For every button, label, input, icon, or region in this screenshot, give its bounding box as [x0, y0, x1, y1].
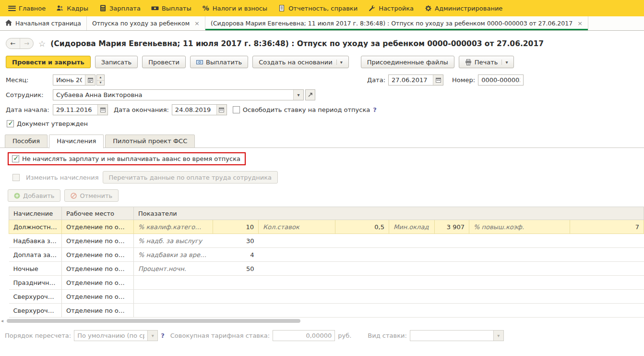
cell-workplace[interactable]: Отделение по о…	[62, 276, 134, 290]
cell-indicator-value[interactable]: 3 907	[435, 220, 469, 234]
cell-empty[interactable]	[213, 290, 259, 304]
table-row[interactable]: Должностн… Отделение по о… % квалиф.кате…	[9, 220, 644, 234]
cell-empty[interactable]	[335, 248, 389, 262]
cell-workplace[interactable]: Отделение по о…	[62, 248, 134, 262]
cell-empty[interactable]	[259, 234, 335, 248]
table-row[interactable]: Доплата за… Отделение по о… % надбавки з…	[9, 248, 644, 262]
cell-empty[interactable]	[389, 248, 435, 262]
cell-indicator-name[interactable]: Процент.ночн.	[134, 262, 213, 276]
cell-indicator-name[interactable]: % надб. за выслугу	[134, 234, 213, 248]
cell-empty[interactable]	[389, 234, 435, 248]
table-row[interactable]: Сверхуроч… Отделение по о…	[9, 304, 644, 318]
tab-fss-pilot[interactable]: Пилотный проект ФСС	[105, 135, 195, 148]
cell-empty[interactable]	[570, 304, 644, 318]
cell-empty[interactable]	[389, 276, 435, 290]
tab-benefits[interactable]: Пособия	[5, 135, 48, 148]
cell-empty[interactable]	[389, 262, 435, 276]
cell-empty[interactable]	[469, 276, 570, 290]
cell-empty[interactable]	[259, 262, 335, 276]
cell-empty[interactable]	[213, 276, 259, 290]
cell-empty[interactable]	[134, 276, 213, 290]
cell-accrual[interactable]: Сверхуроч…	[9, 290, 62, 304]
cell-empty[interactable]	[469, 304, 570, 318]
cell-accrual[interactable]: Праздничн…	[9, 276, 62, 290]
attached-files-button[interactable]: Присоединенные файлы	[361, 56, 454, 68]
cell-empty[interactable]	[389, 304, 435, 318]
month-input[interactable]	[53, 75, 85, 85]
cell-empty[interactable]	[469, 262, 570, 276]
menu-item-main[interactable]: Главное	[3, 0, 51, 16]
cell-empty[interactable]	[259, 248, 335, 262]
cell-empty[interactable]	[469, 290, 570, 304]
menu-item-settings[interactable]: Настройка	[363, 0, 419, 16]
table-row[interactable]: Надбавка з… Отделение по о… % надб. за в…	[9, 234, 644, 248]
scroll-left-icon[interactable]: ◂	[1, 318, 3, 323]
cell-indicator-name[interactable]: % надбавки за вре…	[134, 248, 213, 262]
table-row[interactable]: Сверхуроч… Отделение по о…	[9, 290, 644, 304]
print-button[interactable]: Печать ▾	[459, 56, 514, 68]
cell-empty[interactable]	[335, 304, 389, 318]
cell-empty[interactable]	[134, 290, 213, 304]
table-row[interactable]: Праздничн… Отделение по о…	[9, 276, 644, 290]
spin-up-icon[interactable]: ▲	[97, 75, 104, 80]
menu-item-taxes[interactable]: % Налоги и взносы	[197, 0, 273, 16]
cell-empty[interactable]	[435, 248, 469, 262]
cell-workplace[interactable]: Отделение по о…	[62, 234, 134, 248]
menu-item-reports[interactable]: Отчетность, справки	[273, 0, 363, 16]
date-input[interactable]	[389, 75, 433, 85]
cell-indicator-value[interactable]: 50	[213, 262, 259, 276]
no-salary-checkbox[interactable]	[12, 155, 19, 162]
employee-input[interactable]	[53, 90, 293, 100]
horizontal-scrollbar[interactable]: ◂	[0, 319, 644, 324]
create-based-on-button[interactable]: Создать на основании ▾	[252, 56, 348, 68]
scrollbar-thumb[interactable]	[7, 319, 300, 323]
release-rate-checkbox[interactable]	[233, 106, 240, 113]
recalc-help[interactable]: ?	[161, 332, 165, 339]
date-calendar-button[interactable]	[433, 75, 443, 85]
close-icon[interactable]: ×	[194, 20, 200, 27]
menu-item-hr[interactable]: Кадры	[51, 0, 94, 16]
forward-button[interactable]: →	[20, 38, 33, 49]
cell-accrual[interactable]: Надбавка з…	[9, 234, 62, 248]
cell-empty[interactable]	[435, 262, 469, 276]
cell-empty[interactable]	[570, 276, 644, 290]
cell-empty[interactable]	[469, 248, 570, 262]
menu-item-payments[interactable]: Выплаты	[146, 0, 197, 16]
favorite-star-icon[interactable]: ☆	[38, 39, 46, 49]
menu-item-salary[interactable]: Зарплата	[94, 0, 146, 16]
cell-empty[interactable]	[335, 290, 389, 304]
table-row[interactable]: Ночные Отделение по о… Процент.ночн. 50	[9, 262, 644, 276]
cell-indicator-name[interactable]: Кол.ставок	[259, 220, 335, 234]
cell-empty[interactable]	[134, 304, 213, 318]
date-end-input[interactable]	[172, 105, 216, 115]
cell-accrual[interactable]: Доплата за…	[9, 248, 62, 262]
cell-indicator-value[interactable]: 4	[213, 248, 259, 262]
cell-indicator-value[interactable]: 30	[213, 234, 259, 248]
cell-workplace[interactable]: Отделение по о…	[62, 304, 134, 318]
cell-empty[interactable]	[335, 276, 389, 290]
tab-accruals[interactable]: Начисления	[49, 135, 104, 148]
cell-empty[interactable]	[335, 262, 389, 276]
tab-home[interactable]: Начальная страница	[0, 16, 87, 30]
cell-indicator-name[interactable]: % повыш.коэф.	[469, 220, 570, 234]
cell-indicator-value[interactable]: 10	[213, 220, 259, 234]
menu-item-administration[interactable]: Администрирование	[419, 0, 508, 16]
cell-indicator-name[interactable]: Мин.оклад	[389, 220, 435, 234]
approved-checkbox[interactable]	[7, 120, 14, 127]
cell-workplace[interactable]: Отделение по о…	[62, 290, 134, 304]
cell-empty[interactable]	[570, 234, 644, 248]
date-start-input[interactable]	[53, 105, 97, 115]
cell-empty[interactable]	[435, 290, 469, 304]
cell-indicator-value[interactable]: 0,5	[335, 220, 389, 234]
date-end-calendar-button[interactable]	[216, 105, 227, 115]
tab-vacations-list[interactable]: Отпуска по уходу за ребенком ×	[87, 16, 205, 30]
cell-indicator-name[interactable]: % квалиф.катего…	[134, 220, 213, 234]
cell-empty[interactable]	[259, 276, 335, 290]
cell-empty[interactable]	[435, 304, 469, 318]
cell-empty[interactable]	[335, 234, 389, 248]
cell-empty[interactable]	[213, 304, 259, 318]
cell-accrual[interactable]: Должностн…	[9, 220, 62, 234]
post-and-close-button[interactable]: Провести и закрыть	[6, 56, 91, 68]
cell-empty[interactable]	[469, 234, 570, 248]
cell-accrual[interactable]: Сверхуроч…	[9, 304, 62, 318]
